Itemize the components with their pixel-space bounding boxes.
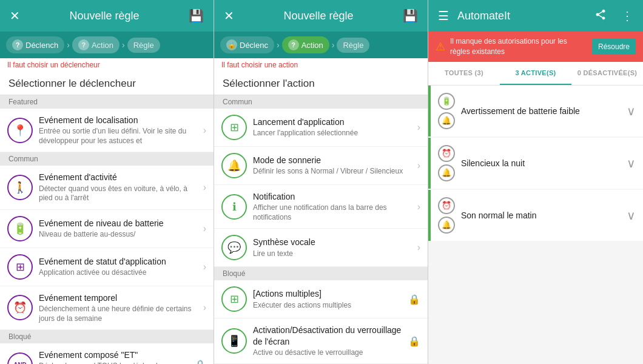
close-icon[interactable]: ✕: [7, 6, 22, 25]
panel-automateit: ☰ AutomateIt ⋮ ⚠ Il manque des autorisat…: [428, 0, 643, 364]
category-commun-2: Commun: [214, 95, 428, 109]
screen-lock-icon: 📱: [221, 328, 247, 354]
panel-new-rule-trigger: ✕ Nouvelle règle 💾 ? Déclench › ? Action…: [0, 0, 214, 364]
chevron-right-icon: ›: [417, 122, 420, 133]
item-text: Lancement d'application Lancer l'applica…: [253, 116, 411, 138]
rule-title: Son normal le matin: [461, 210, 621, 221]
item-title: Evénement de niveau de batterie: [39, 218, 197, 229]
item-title: Evénement de localisation: [39, 115, 197, 126]
panel1-list: Featured 📍 Evénement de localisation Ent…: [0, 95, 214, 364]
rule-title: Silencieux la nuit: [461, 158, 621, 169]
panel2-title: Nouvelle règle: [237, 10, 400, 22]
header-icons: ⋮: [592, 6, 636, 26]
tab-inactive[interactable]: 0 DÉSACTIVÉE(S): [571, 62, 643, 85]
item-text: Evénement temporel Déclenchement à une h…: [39, 292, 197, 323]
list-item[interactable]: ⊞ Evénement de statut d'application Appl…: [0, 248, 214, 286]
tab-all[interactable]: TOUTES (3): [428, 62, 500, 85]
panel2-list: Commun ⊞ Lancement d'application Lancer …: [214, 95, 428, 364]
tab-active[interactable]: 3 ACTIVE(S): [500, 62, 571, 85]
menu-icon[interactable]: ☰: [436, 6, 451, 25]
chevron-right-icon: ›: [203, 182, 206, 193]
rule-item[interactable]: ⏰ 🔔 Son normal le matin ∨: [428, 190, 643, 241]
step-trigger[interactable]: ? Déclench: [6, 36, 64, 53]
item-title: Synthèse vocale: [253, 237, 411, 248]
panel-new-rule-action: ✕ Nouvelle règle 💾 🔒 Déclenc › ? Action …: [214, 0, 428, 364]
battery-icon: 🔋: [7, 216, 33, 241]
save-icon[interactable]: 💾: [400, 6, 420, 25]
step-rule[interactable]: Règle: [127, 38, 160, 53]
panel3-title: AutomateIt: [457, 10, 586, 22]
chevron-right-icon: ›: [417, 160, 420, 171]
list-item[interactable]: 🔋 Evénement de niveau de batterie Niveau…: [0, 210, 214, 248]
panel3-header: ☰ AutomateIt ⋮: [428, 0, 643, 32]
item-subtitle: Lire un texte: [253, 249, 411, 259]
step-bar-1: ? Déclench › ? Action › Règle: [0, 32, 214, 58]
category-bloque-2: Bloqué: [214, 267, 428, 280]
rule-title: Avertissement de batterie faible: [461, 106, 621, 116]
item-title: Evénement de statut d'application: [39, 256, 197, 267]
step-action[interactable]: ? Action: [72, 36, 120, 53]
item-text: Notification Afficher une notification d…: [253, 191, 411, 222]
item-subtitle: Définir les sons à Normal / Vibreur / Si…: [253, 167, 411, 177]
list-item[interactable]: 🔔 Mode de sonnerie Définir les sons à No…: [214, 147, 428, 185]
chevron-right-icon: ›: [417, 201, 420, 212]
rule-icons: ⏰ 🔔: [438, 145, 455, 181]
panel1-header: ✕ Nouvelle règle 💾: [0, 0, 214, 32]
step-rule-inactive[interactable]: Règle: [337, 38, 369, 53]
step-label: Déclenc: [240, 41, 268, 50]
step-action-active[interactable]: ? Action: [282, 36, 329, 53]
panel1-title: Nouvelle règle: [22, 10, 186, 22]
item-title: Notification: [253, 191, 411, 202]
item-title: Evénement d'activité: [39, 172, 197, 183]
alert-text: Il manque des autorisations pour les règ…: [450, 36, 587, 57]
item-subtitle: Exécuter des actions multiples: [253, 301, 402, 311]
step-label: Action: [301, 41, 323, 50]
rule-item[interactable]: 🔋 🔔 Avertissement de batterie faible ∨: [428, 86, 643, 136]
item-subtitle: Déclenche quand TOUS les déclencheurs so…: [39, 362, 188, 364]
list-item[interactable]: 🚶 Evénement d'activité Détecter quand vo…: [0, 166, 214, 209]
save-icon[interactable]: 💾: [186, 6, 206, 25]
step-arrow-1: ›: [67, 40, 70, 50]
list-item[interactable]: ⊞ [Actions multiples] Exécuter des actio…: [214, 280, 428, 318]
list-item[interactable]: 📱 Activation/Désactivation du verrouilla…: [214, 318, 428, 364]
list-item[interactable]: ⊞ Lancement d'application Lancer l'appli…: [214, 109, 428, 147]
list-item[interactable]: 💬 Synthèse vocale Lire un texte ›: [214, 229, 428, 267]
panel2-header: ✕ Nouvelle règle 💾: [214, 0, 428, 32]
more-icon[interactable]: ⋮: [619, 6, 636, 26]
chevron-down-icon[interactable]: ∨: [627, 208, 636, 223]
app-launch-icon: ⊞: [221, 115, 247, 140]
list-item[interactable]: ℹ Notification Afficher une notification…: [214, 185, 428, 229]
step-arrow-2: ›: [332, 40, 335, 50]
item-subtitle: Active ou désactive le verrouillage: [253, 348, 402, 358]
list-item[interactable]: ⏰ Evénement temporel Déclenchement à une…: [0, 286, 214, 330]
rule-item[interactable]: ⏰ 🔔 Silencieux la nuit ∨: [428, 138, 643, 189]
timer-trigger-icon: ⏰: [438, 145, 455, 162]
step-rule-label: Règle: [133, 41, 154, 50]
item-title: [Actions multiples]: [253, 288, 402, 299]
item-text: Evénement d'activité Détecter quand vous…: [39, 172, 197, 203]
chevron-down-icon[interactable]: ∨: [627, 104, 636, 118]
chevron-down-icon[interactable]: ∨: [627, 156, 636, 170]
list-item[interactable]: 📍 Evénement de localisation Entrée ou so…: [0, 109, 214, 152]
chevron-right-icon: ›: [417, 242, 420, 253]
tabs-bar: TOUTES (3) 3 ACTIVE(S) 0 DÉSACTIVÉE(S): [428, 62, 643, 86]
multi-actions-icon: ⊞: [221, 286, 247, 312]
share-icon[interactable]: [592, 6, 609, 26]
close-icon[interactable]: ✕: [221, 6, 237, 25]
step-trigger-label: Déclench: [25, 41, 58, 50]
item-title: Mode de sonnerie: [253, 155, 411, 166]
item-text: Evénement composé "ET" Déclenche quand T…: [39, 349, 188, 364]
item-subtitle: Entrée ou sortie d'un lieu défini. Voir …: [39, 127, 197, 146]
step-arrow-2: ›: [122, 40, 125, 50]
lock-icon: 🔒: [194, 359, 206, 364]
panel1-section-title: Sélectionner le déclencheur: [0, 73, 214, 95]
notification-icon: ℹ: [221, 194, 247, 220]
item-text: Evénement de localisation Entrée ou sort…: [39, 115, 197, 146]
step-action-label: Action: [92, 41, 113, 50]
chevron-right-icon: ›: [203, 125, 206, 136]
and-icon: AND: [7, 352, 33, 364]
step-trigger-done[interactable]: 🔒 Déclenc: [220, 36, 274, 53]
list-item[interactable]: AND Evénement composé "ET" Déclenche qua…: [0, 343, 214, 364]
resolve-button[interactable]: Résoudre: [592, 39, 636, 55]
chevron-right-icon: ›: [203, 302, 206, 313]
